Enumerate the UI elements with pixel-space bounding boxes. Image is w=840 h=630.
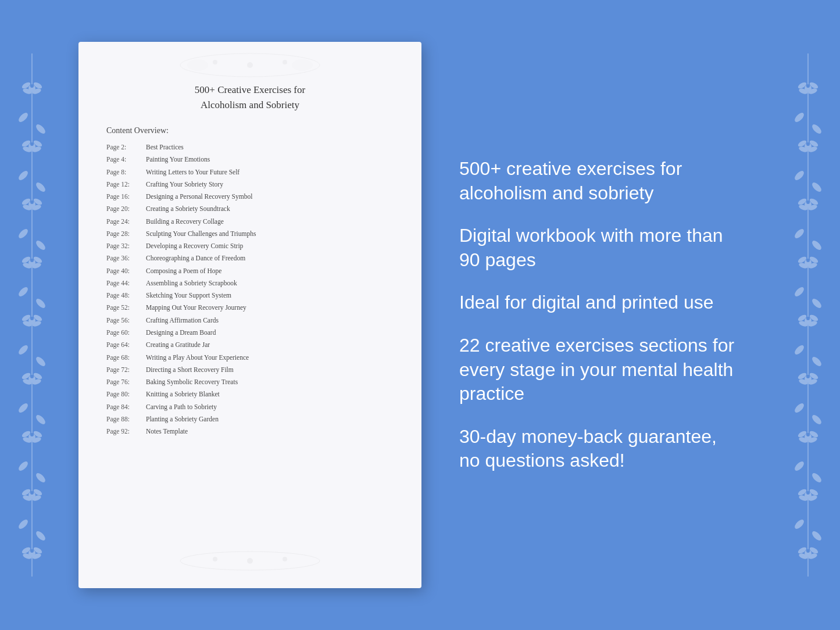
svg-point-67 <box>17 460 29 472</box>
toc-item: Page 64:Creating a Gratitude Jar <box>106 339 394 351</box>
svg-point-79 <box>213 557 217 561</box>
svg-point-72 <box>247 62 253 68</box>
svg-point-83 <box>806 84 810 88</box>
toc-page-number: Page 92: <box>106 425 146 438</box>
toc-page-number: Page 56: <box>106 314 146 327</box>
feature-block: 500+ creative exercises for alcoholism a… <box>459 157 741 205</box>
svg-point-144 <box>793 343 805 356</box>
toc-page-title: Writing Letters to Your Future Self <box>146 166 240 178</box>
svg-point-50 <box>30 549 34 553</box>
svg-point-151 <box>810 529 823 542</box>
toc-page-number: Page 52: <box>106 302 146 314</box>
table-of-contents: Page 2:Best PracticesPage 4:Painting You… <box>106 141 394 438</box>
toc-item: Page 36:Choreographing a Dance of Freedo… <box>106 252 394 264</box>
feature-block: Digital workbook with more than 90 pages <box>459 224 741 272</box>
toc-page-number: Page 4: <box>106 153 146 166</box>
svg-point-146 <box>793 402 805 414</box>
toc-page-number: Page 84: <box>106 401 146 413</box>
svg-point-140 <box>793 227 805 239</box>
svg-point-138 <box>793 169 805 181</box>
bottom-ornament <box>163 546 337 578</box>
floral-border-right <box>776 0 840 630</box>
svg-point-149 <box>810 471 823 484</box>
toc-item: Page 76:Baking Symbolic Recovery Treats <box>106 376 394 388</box>
toc-item: Page 28:Sculpting Your Challenges and Tr… <box>106 228 394 240</box>
svg-point-139 <box>810 181 823 193</box>
toc-item: Page 16:Designing a Personal Recovery Sy… <box>106 191 394 203</box>
toc-page-number: Page 24: <box>106 216 146 228</box>
svg-point-148 <box>793 460 805 472</box>
toc-page-number: Page 36: <box>106 252 146 264</box>
svg-point-44 <box>30 491 34 495</box>
document-area: 500+ Creative Exercises for Alcoholism a… <box>64 0 436 630</box>
toc-page-title: Composing a Poem of Hope <box>146 265 221 277</box>
svg-point-76 <box>292 59 313 71</box>
toc-page-number: Page 72: <box>106 364 146 376</box>
svg-point-75 <box>187 59 208 71</box>
svg-point-113 <box>806 375 810 378</box>
feature-block: Ideal for digital and printed use <box>459 291 741 315</box>
toc-page-title: Sketching Your Support System <box>146 289 231 302</box>
toc-page-title: Creating a Gratitude Jar <box>146 339 210 351</box>
toc-page-number: Page 60: <box>106 327 146 339</box>
toc-page-title: Mapping Out Your Recovery Journey <box>146 302 246 314</box>
svg-point-69 <box>17 518 29 530</box>
right-content-area: 500+ creative exercises for alcoholism a… <box>436 122 776 508</box>
toc-item: Page 2:Best Practices <box>106 141 394 153</box>
toc-page-title: Creating a Sobriety Soundtrack <box>146 203 230 215</box>
toc-item: Page 40:Composing a Poem of Hope <box>106 265 394 277</box>
svg-point-55 <box>17 111 29 123</box>
toc-page-number: Page 12: <box>106 178 146 191</box>
svg-point-56 <box>34 123 47 135</box>
svg-point-137 <box>810 123 823 135</box>
toc-item: Page 44:Assembling a Sobriety Scrapbook <box>106 277 394 289</box>
toc-item: Page 84:Carving a Path to Sobriety <box>106 401 394 413</box>
toc-page-number: Page 16: <box>106 191 146 203</box>
svg-point-119 <box>806 433 810 436</box>
toc-page-number: Page 48: <box>106 289 146 302</box>
toc-item: Page 52:Mapping Out Your Recovery Journe… <box>106 302 394 314</box>
toc-page-title: Sculpting Your Challenges and Triumphs <box>146 228 256 240</box>
feature-block: 30-day money-back guarantee, no question… <box>459 425 741 473</box>
feature-text: 30-day money-back guarantee, no question… <box>459 425 741 473</box>
toc-item: Page 56:Crafting Affirmation Cards <box>106 314 394 327</box>
svg-point-95 <box>806 201 810 204</box>
toc-item: Page 12:Crafting Your Sobriety Story <box>106 178 394 191</box>
top-ornament <box>163 48 337 85</box>
toc-item: Page 48:Sketching Your Support System <box>106 289 394 302</box>
svg-point-89 <box>806 142 810 146</box>
svg-point-70 <box>34 529 47 542</box>
toc-page-title: Crafting Affirmation Cards <box>146 314 219 327</box>
floral-border-left <box>0 0 64 630</box>
svg-point-145 <box>810 355 823 367</box>
svg-point-136 <box>793 111 805 123</box>
svg-point-61 <box>17 285 29 298</box>
toc-page-title: Notes Template <box>146 425 188 438</box>
svg-point-8 <box>30 142 34 146</box>
svg-point-14 <box>30 201 34 204</box>
toc-page-title: Assembling a Sobriety Scrapbook <box>146 277 237 289</box>
svg-point-59 <box>17 227 29 239</box>
document-title: 500+ Creative Exercises for Alcoholism a… <box>106 83 394 112</box>
svg-point-64 <box>34 355 47 367</box>
toc-page-number: Page 28: <box>106 228 146 240</box>
toc-page-title: Best Practices <box>146 141 184 153</box>
toc-page-title: Painting Your Emotions <box>146 153 210 166</box>
feature-block: 22 creative exercises sections for every… <box>459 334 741 406</box>
svg-point-62 <box>34 297 47 309</box>
toc-item: Page 88:Planting a Sobriety Garden <box>106 413 394 425</box>
toc-item: Page 8:Writing Letters to Your Future Se… <box>106 166 394 178</box>
toc-page-number: Page 32: <box>106 240 146 252</box>
toc-page-title: Developing a Recovery Comic Strip <box>146 240 243 252</box>
toc-page-title: Planting a Sobriety Garden <box>146 413 219 425</box>
toc-item: Page 4:Painting Your Emotions <box>106 153 394 166</box>
toc-page-title: Crafting Your Sobriety Story <box>146 178 223 191</box>
svg-point-2 <box>30 84 34 88</box>
toc-page-title: Directing a Short Recovery Film <box>146 364 234 376</box>
content-overview-label: Content Overview: <box>106 126 394 135</box>
feature-text: Digital workbook with more than 90 pages <box>459 224 741 272</box>
feature-text: Ideal for digital and printed use <box>459 291 741 315</box>
svg-point-141 <box>810 239 823 251</box>
svg-point-80 <box>283 557 287 561</box>
toc-page-number: Page 64: <box>106 339 146 351</box>
